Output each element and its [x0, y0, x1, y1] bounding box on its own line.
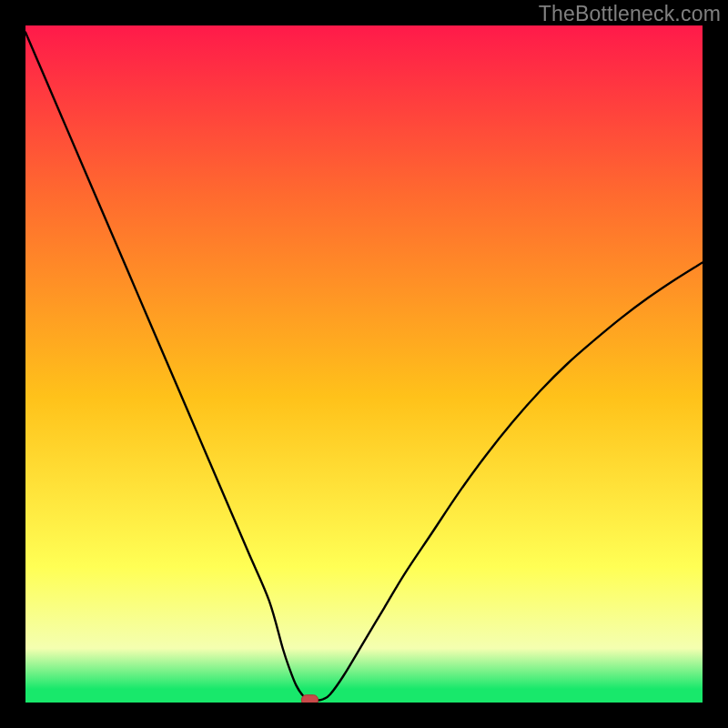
watermark-text: TheBottleneck.com [539, 2, 721, 26]
chart-frame [25, 25, 703, 703]
optimal-point-marker [301, 695, 318, 703]
gradient-background [25, 25, 703, 703]
chart-svg [25, 25, 703, 703]
